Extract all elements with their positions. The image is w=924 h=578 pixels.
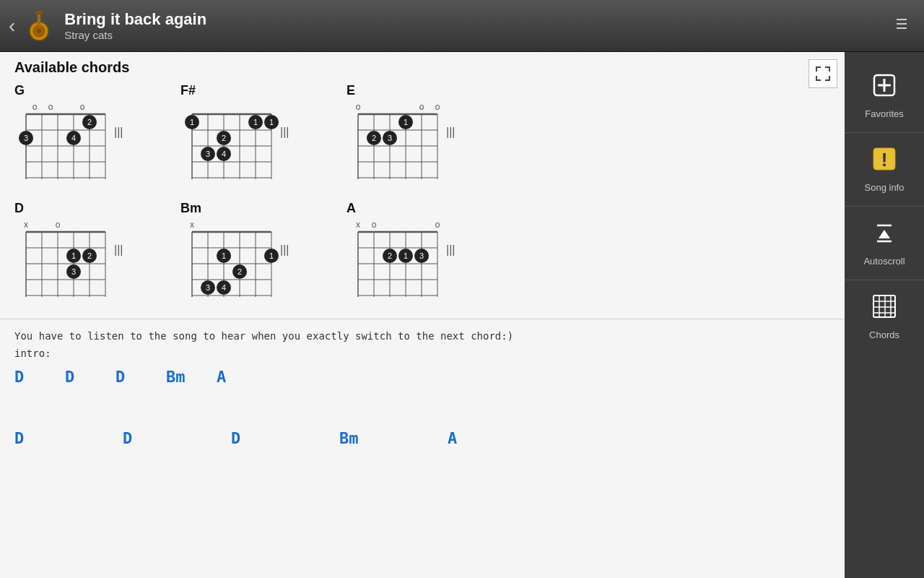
sidebar-favorites[interactable]: Favorites xyxy=(845,59,924,133)
svg-text:x: x xyxy=(24,220,28,230)
svg-text:3: 3 xyxy=(388,134,392,142)
chord-A-1[interactable]: A xyxy=(217,368,253,386)
svg-text:4: 4 xyxy=(222,150,226,158)
chord-A-2[interactable]: A xyxy=(448,429,556,447)
svg-text:1: 1 xyxy=(269,251,274,260)
song-info-icon: ! xyxy=(871,146,897,178)
favorites-icon xyxy=(871,72,897,104)
chord-D-6[interactable]: D xyxy=(231,429,339,447)
chord-Bm[interactable]: Bm x ||| xyxy=(180,201,325,311)
lyrics-instruction: You have to listen to the song to hear w… xyxy=(14,330,830,342)
svg-text:o: o xyxy=(435,220,440,230)
chord-D[interactable]: D x o xyxy=(14,201,159,311)
right-sidebar: Favorites ! Song info Autoscroll xyxy=(845,52,924,578)
svg-text:o: o xyxy=(48,102,53,112)
chord-Bm-2[interactable]: Bm xyxy=(339,429,448,447)
svg-text:2: 2 xyxy=(222,134,226,142)
svg-text:x: x xyxy=(190,220,194,230)
svg-text:1: 1 xyxy=(404,118,408,126)
svg-text:4: 4 xyxy=(222,283,226,292)
chord-E-diagram: o o o || xyxy=(346,100,458,194)
chord-Fsharp-diagram: ||| 1 1 1 2 xyxy=(180,100,292,194)
svg-text:1: 1 xyxy=(190,118,194,126)
autoscroll-icon xyxy=(871,220,897,251)
sidebar-song-info[interactable]: ! Song info xyxy=(845,133,924,207)
svg-text:o: o xyxy=(419,102,424,112)
svg-text:3: 3 xyxy=(71,267,76,276)
svg-point-2 xyxy=(37,29,41,33)
chord-Fsharp[interactable]: F# ||| xyxy=(180,83,325,194)
fullscreen-button[interactable] xyxy=(808,59,837,88)
menu-button[interactable] xyxy=(888,10,915,42)
chord-G[interactable]: G o o o xyxy=(14,83,159,194)
svg-text:3: 3 xyxy=(206,283,210,292)
chord-D-4[interactable]: D xyxy=(14,429,123,447)
chord-Bm-1[interactable]: Bm xyxy=(166,368,202,386)
svg-text:|||: ||| xyxy=(114,126,123,138)
content-area: Available chords G o o o xyxy=(0,52,845,578)
song-info-label: Song info xyxy=(865,182,905,193)
chords-grid: G o o o xyxy=(14,83,830,311)
chord-line-2: D D D Bm A xyxy=(14,429,830,447)
svg-text:1: 1 xyxy=(253,118,258,126)
svg-marker-147 xyxy=(879,230,890,238)
svg-text:3: 3 xyxy=(206,150,210,158)
back-button[interactable]: ‹ xyxy=(9,14,15,38)
chords-section: Available chords G o o o xyxy=(0,52,845,319)
sidebar-autoscroll[interactable]: Autoscroll xyxy=(845,207,924,280)
header: ‹ Bring it back again Stray cats xyxy=(0,0,924,52)
svg-rect-9 xyxy=(897,23,907,25)
chord-E[interactable]: E o o o xyxy=(346,83,491,194)
svg-text:1: 1 xyxy=(404,251,408,260)
chords-section-title: Available chords xyxy=(14,59,830,76)
chord-A-diagram: x o o || xyxy=(346,217,458,311)
svg-text:2: 2 xyxy=(87,118,92,126)
svg-text:3: 3 xyxy=(24,134,28,142)
svg-text:2: 2 xyxy=(87,251,92,260)
svg-text:|||: ||| xyxy=(114,243,123,256)
lyrics-intro: intro: xyxy=(14,348,830,359)
chord-D-5[interactable]: D xyxy=(123,429,231,447)
svg-text:2: 2 xyxy=(237,267,242,276)
chord-D-2[interactable]: D xyxy=(65,368,101,386)
svg-text:1: 1 xyxy=(269,118,274,126)
svg-text:|||: ||| xyxy=(446,243,455,256)
chord-D-diagram: x o || xyxy=(14,217,126,311)
guitar-icon xyxy=(21,8,57,44)
chord-A[interactable]: A x o o xyxy=(346,201,491,311)
svg-text:o: o xyxy=(435,102,440,112)
svg-text:2: 2 xyxy=(388,251,392,260)
favorites-label: Favorites xyxy=(865,108,903,119)
svg-text:|||: ||| xyxy=(280,243,289,256)
svg-text:x: x xyxy=(356,220,360,230)
sidebar-chords[interactable]: Chords xyxy=(845,280,924,353)
chord-D-3[interactable]: D xyxy=(116,368,152,386)
svg-text:o: o xyxy=(80,102,85,112)
header-titles: Bring it back again Stray cats xyxy=(64,10,888,41)
svg-text:2: 2 xyxy=(372,134,376,142)
main-container: Available chords G o o o xyxy=(0,52,924,578)
lyrics-section: You have to listen to the song to hear w… xyxy=(0,319,845,578)
chords-label: Chords xyxy=(869,329,899,340)
svg-text:o: o xyxy=(372,220,377,230)
artist-name: Stray cats xyxy=(64,29,888,41)
chord-Bm-diagram: x ||| xyxy=(180,217,292,311)
svg-text:o: o xyxy=(356,102,361,112)
chords-icon xyxy=(871,293,897,325)
svg-text:1: 1 xyxy=(71,251,76,260)
svg-text:4: 4 xyxy=(71,134,76,142)
svg-text:|||: ||| xyxy=(446,126,455,138)
chord-line-1: D D D Bm A xyxy=(14,368,830,386)
svg-text:o: o xyxy=(56,220,61,230)
svg-text:3: 3 xyxy=(419,251,424,260)
svg-rect-8 xyxy=(897,19,907,20)
svg-text:|||: ||| xyxy=(280,126,289,138)
autoscroll-label: Autoscroll xyxy=(863,256,905,267)
svg-text:!: ! xyxy=(881,149,888,171)
svg-rect-149 xyxy=(873,296,895,317)
svg-text:o: o xyxy=(32,102,38,112)
chord-D-1[interactable]: D xyxy=(14,368,51,386)
song-title: Bring it back again xyxy=(64,10,888,29)
chord-G-diagram: o o o xyxy=(14,100,126,194)
svg-text:1: 1 xyxy=(222,251,226,260)
